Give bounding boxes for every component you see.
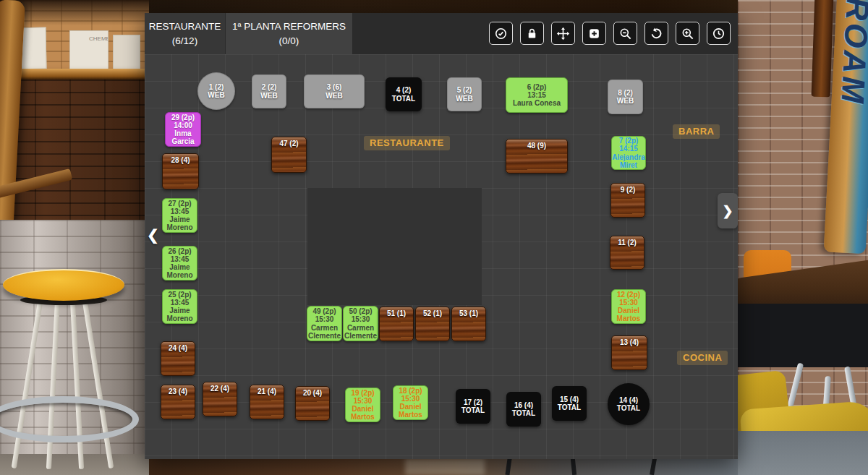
table-21[interactable]: 21 (4)	[250, 385, 284, 419]
box-label: CHEMEX	[89, 35, 109, 42]
table-16[interactable]: 16 (4)TOTAL	[506, 392, 541, 427]
floor-canvas[interactable]: ❮ ❯ RESTAURANTEBARRACOCINA1 (2)WEB2 (2)W…	[145, 54, 738, 459]
table-label-line: 15:30	[393, 395, 427, 403]
table-22[interactable]: 22 (4)	[203, 382, 237, 416]
clock-icon	[712, 27, 726, 40]
table-49[interactable]: 49 (2p)15:30CarmenClemente	[307, 306, 342, 341]
table-50[interactable]: 50 (2p)15:30CarmenClemente	[343, 306, 378, 341]
table-label-line: 26 (2p)	[163, 247, 197, 255]
table-3[interactable]: 3 (6)WEB	[304, 74, 365, 108]
table-label-line: 20 (4)	[296, 389, 329, 397]
table-label-line: Carmen	[307, 324, 341, 332]
table-label-line: 29 (2p)	[166, 114, 200, 121]
table-5[interactable]: 5 (2)WEB	[447, 77, 482, 111]
toolbar-zoom-out-button[interactable]	[613, 22, 637, 45]
table-label-line: 12 (2p)	[612, 291, 645, 299]
pan-right-arrow[interactable]: ❯	[718, 193, 738, 228]
table-29[interactable]: 29 (2p)14:00InmaGarcia	[165, 112, 201, 147]
table-label-line: Daniel	[612, 307, 645, 314]
table-label-line: 21 (4)	[250, 388, 284, 395]
magnifier-plus-icon	[681, 27, 694, 40]
leather-strap	[812, 0, 834, 97]
table-label-line: WEB	[252, 92, 286, 100]
table-4[interactable]: 4 (2)TOTAL	[386, 77, 422, 111]
table-label-line: 16 (4)	[506, 401, 541, 409]
table-label-line: 13:15	[506, 91, 567, 99]
tab-1-planta-reformers[interactable]: 1ª PLANTA REFORMERS(0/0)	[226, 13, 353, 54]
chemex-box: CHEMEX	[69, 30, 109, 69]
toolbar-lock-button[interactable]	[520, 22, 544, 45]
toolbar-confirm-button[interactable]	[489, 22, 513, 45]
tab-title: RESTAURANTE	[149, 20, 221, 34]
table-17[interactable]: 17 (2)TOTAL	[456, 389, 490, 424]
table-label-line: WEB	[608, 97, 643, 105]
table-18[interactable]: 18 (2p)15:30DanielMartos	[393, 385, 428, 420]
toolbar-zoom-in-button[interactable]	[676, 22, 699, 45]
table-label-line: 14:15	[612, 145, 645, 153]
table-25[interactable]: 25 (2p)13:45JaimeMoreno	[162, 289, 197, 324]
table-label-line: 9 (2)	[611, 186, 644, 194]
table-12[interactable]: 12 (2p)15:30DanielMartos	[611, 289, 646, 324]
table-label-line: WEB	[447, 95, 482, 103]
lock-icon	[525, 27, 539, 40]
table-edge-band	[738, 304, 868, 367]
table-label-line: 53 (1)	[452, 309, 485, 317]
table-51[interactable]: 51 (1)	[379, 307, 414, 341]
table-47[interactable]: 47 (2)	[271, 137, 307, 173]
table-52[interactable]: 52 (1)	[415, 307, 450, 341]
table-label-line: 14:00	[166, 121, 200, 129]
table-11[interactable]: 11 (2)	[610, 236, 644, 270]
light-streak	[405, 458, 485, 475]
chevron-right-icon: ❯	[722, 203, 733, 219]
table-19[interactable]: 19 (2p)15:30DanielMartos	[345, 388, 380, 422]
table-label-line: Daniel	[346, 405, 380, 413]
bg-left-scene: CHEMEX	[0, 0, 149, 475]
table-53[interactable]: 53 (1)	[451, 307, 486, 341]
table-label-line: 4 (2)	[386, 86, 422, 94]
table-label-line: 25 (2p)	[163, 291, 197, 299]
wood-shelf	[0, 69, 149, 80]
table-label-line: Laura Conesa	[506, 99, 567, 107]
table-23[interactable]: 23 (4)	[161, 385, 195, 419]
table-13[interactable]: 13 (4)	[611, 335, 647, 370]
table-8[interactable]: 8 (2)WEB	[608, 80, 643, 114]
pan-left-arrow[interactable]: ❮	[147, 226, 159, 244]
table-label-line: Carmen	[344, 324, 378, 332]
table-28[interactable]: 28 (4)	[162, 153, 199, 189]
table-14[interactable]: 14 (4)TOTAL	[608, 383, 650, 425]
table-1[interactable]: 1 (2)WEB	[197, 72, 235, 110]
table-label-line: 5 (2)	[447, 86, 482, 94]
table-label-line: 15:30	[612, 299, 645, 307]
toolbar-undo-button[interactable]	[644, 22, 668, 45]
table-48[interactable]: 48 (9)	[506, 139, 568, 174]
table-label-line: 51 (1)	[380, 309, 413, 317]
table-15[interactable]: 15 (4)TOTAL	[552, 386, 587, 421]
table-6[interactable]: 6 (2p)13:15Laura Conesa	[506, 77, 568, 113]
table-9[interactable]: 9 (2)	[610, 183, 645, 218]
toolbar-add-table-button[interactable]	[582, 22, 606, 45]
table-20[interactable]: 20 (4)	[295, 386, 330, 421]
toolbar-history-button[interactable]	[707, 22, 731, 45]
table-label-line: 28 (4)	[163, 156, 198, 164]
toolbar-move-button[interactable]	[551, 22, 575, 45]
tab-restaurante[interactable]: RESTAURANTE(6/12)	[145, 13, 226, 54]
shelf-box	[113, 35, 140, 69]
table-label-line: 19 (2p)	[346, 389, 380, 397]
tab-title: 1ª PLANTA REFORMERS	[232, 20, 346, 34]
table-label-line: 13 (4)	[612, 338, 647, 346]
table-26[interactable]: 26 (2p)13:45JaimeMoreno	[162, 246, 197, 281]
check-circle-icon	[494, 27, 508, 40]
table-label-line: WEB	[304, 92, 365, 100]
table-label-line: Clemente	[307, 332, 341, 340]
table-7[interactable]: 7 (2p)14:15AlejandraMiret	[611, 136, 646, 170]
table-label-line: 18 (2p)	[393, 387, 427, 395]
table-label-line: 23 (4)	[161, 388, 195, 395]
table-label-line: 48 (9)	[506, 142, 567, 150]
table-label-line: 13:45	[163, 207, 197, 215]
floor	[738, 431, 868, 475]
table-label-line: 15:30	[307, 315, 341, 323]
table-label-line: 17 (2)	[456, 398, 490, 406]
table-27[interactable]: 27 (2p)13:45JaimeMoreno	[162, 198, 197, 233]
table-24[interactable]: 24 (4)	[161, 341, 195, 376]
table-2[interactable]: 2 (2)WEB	[252, 74, 286, 108]
